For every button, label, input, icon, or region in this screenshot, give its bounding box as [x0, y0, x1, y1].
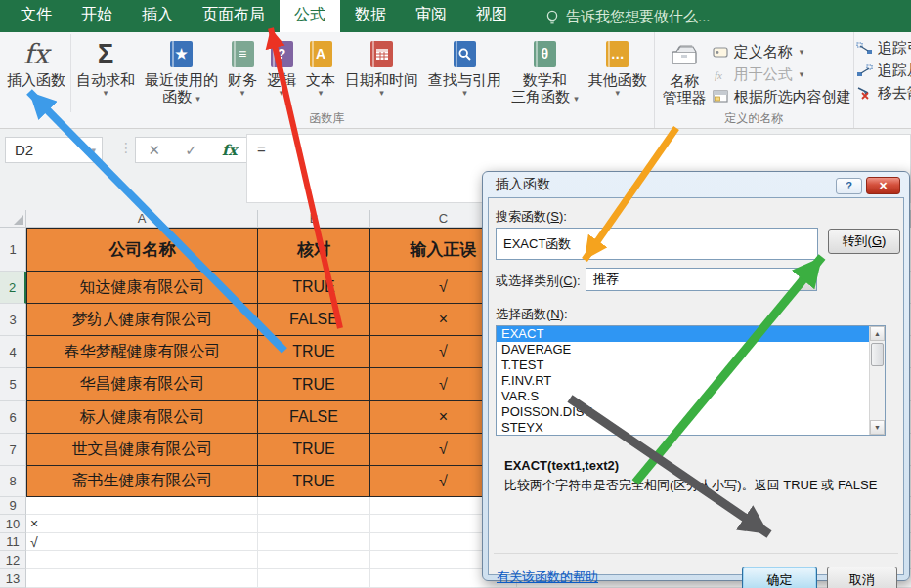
function-item-DAVERAGE[interactable]: DAVERAGE	[497, 342, 885, 357]
function-list-scrollbar[interactable]: ▲ ▼	[869, 326, 885, 435]
tab-view[interactable]: 视图	[461, 0, 522, 32]
dialog-help-button[interactable]: ?	[836, 178, 862, 194]
row-header-11[interactable]: 11	[0, 533, 26, 551]
enter-entry-button[interactable]: ✓	[185, 142, 197, 159]
function-item-F.INV.RT[interactable]: F.INV.RT	[497, 373, 885, 389]
row-header-12[interactable]: 12	[0, 551, 26, 569]
cell-B6[interactable]: FALSE	[258, 401, 370, 434]
cell-B3[interactable]: FALSE	[258, 304, 370, 336]
cell-B12[interactable]	[258, 551, 370, 569]
row-header-8[interactable]: 8	[0, 466, 26, 497]
search-function-input[interactable]: EXACT函数	[496, 228, 818, 260]
cell-B9[interactable]	[258, 497, 370, 515]
select-all-corner[interactable]	[0, 210, 26, 228]
cell-A13[interactable]	[26, 569, 258, 588]
tab-review[interactable]: 审阅	[401, 0, 461, 32]
insert-function-button[interactable]: fx插入函数	[2, 34, 71, 112]
function-item-EXACT[interactable]: EXACT	[497, 326, 885, 342]
row-header-10[interactable]: 10	[0, 515, 26, 533]
cell-B4[interactable]: TRUE	[258, 336, 370, 368]
row-header-9[interactable]: 9	[0, 497, 26, 515]
tab-page-layout[interactable]: 页面布局	[188, 0, 280, 32]
row-header-5[interactable]: 5	[0, 368, 26, 401]
cell-A9[interactable]	[26, 497, 258, 515]
scroll-down-icon[interactable]: ▼	[870, 420, 885, 435]
cell-A7[interactable]: 世文昌健康有限公司	[26, 434, 258, 466]
create-from-selection-button[interactable]: 根据所选内容创建	[713, 86, 851, 107]
name-box-dropdown-icon[interactable]: ▾	[91, 146, 96, 155]
row-header-1[interactable]: 1	[0, 228, 26, 272]
col-header-B[interactable]: B	[258, 210, 370, 228]
dialog-body: 搜索函数(S): EXACT函数 转到(G) 或选择类别(C): 推荐 ▼ 选择…	[488, 197, 904, 575]
cell-B11[interactable]	[258, 533, 370, 551]
formula-bar-buttons: ✕ ✓ fx	[135, 137, 250, 163]
use-in-formula-button[interactable]: fx 用于公式▾	[713, 63, 851, 85]
cell-A8[interactable]: 斋书生健康有限公司	[26, 466, 258, 497]
function-item-T.TEST[interactable]: T.TEST	[497, 357, 885, 373]
logical-button[interactable]: ?逻辑▾	[262, 34, 301, 112]
category-dropdown-arrow-icon[interactable]: ▼	[799, 269, 816, 290]
tab-data[interactable]: 数据	[340, 0, 401, 32]
ribbon-tabs: 文件开始插入页面布局公式数据审阅视图	[0, 0, 522, 32]
function-help-link[interactable]: 有关该函数的帮助	[497, 568, 598, 586]
name-manager-icon	[669, 38, 700, 71]
function-item-STEYX[interactable]: STEYX	[497, 420, 885, 436]
col-header-A[interactable]: A	[26, 210, 258, 228]
row-header-7[interactable]: 7	[0, 434, 26, 466]
cancel-entry-button[interactable]: ✕	[149, 142, 161, 159]
row-header-13[interactable]: 13	[0, 569, 26, 588]
tab-file[interactable]: 文件	[6, 0, 66, 32]
remove-arrows-button[interactable]: 移去箭头▾	[856, 82, 911, 104]
lookup-reference-button[interactable]: 查找与引用▾	[423, 34, 506, 112]
goto-button[interactable]: 转到(G)	[828, 229, 900, 254]
function-item-POISSON.DIST[interactable]: POISSON.DIST	[497, 404, 885, 420]
cell-A5[interactable]: 华昌健康有限公司	[26, 368, 258, 401]
cell-B10[interactable]	[258, 515, 370, 533]
cell-A11[interactable]: √	[26, 533, 258, 551]
cell-B8[interactable]: TRUE	[258, 466, 370, 497]
cell-A3[interactable]: 梦纺人健康有限公司	[26, 304, 258, 336]
tag-icon	[713, 46, 729, 59]
row-header-6[interactable]: 6	[0, 401, 26, 434]
function-list: EXACTDAVERAGET.TESTF.INV.RTVAR.SPOISSON.…	[496, 325, 886, 436]
tab-formulas[interactable]: 公式	[280, 0, 340, 32]
cell-B1[interactable]: 核对	[258, 228, 370, 272]
autosum-button[interactable]: Σ自动求和▾	[71, 34, 140, 112]
cell-B7[interactable]: TRUE	[258, 434, 370, 466]
cell-B13[interactable]	[258, 569, 370, 588]
cell-A6[interactable]: 标人健康有限公司	[26, 401, 258, 434]
cell-A2[interactable]: 知达健康有限公司	[26, 272, 258, 304]
tab-home[interactable]: 开始	[66, 0, 127, 32]
function-library-buttons: fx插入函数Σ自动求和▾★最近使用的函数 ▾≡财务▾?逻辑▾A文本▾日期和时间▾…	[2, 34, 652, 112]
category-dropdown[interactable]: 推荐 ▼	[586, 268, 817, 291]
dialog-close-button[interactable]: ✕	[866, 177, 900, 194]
cell-B5[interactable]: TRUE	[258, 368, 370, 401]
cell-A1[interactable]: 公司名称	[26, 228, 258, 272]
function-item-VAR.S[interactable]: VAR.S	[497, 389, 885, 404]
name-manager-button[interactable]: 名称 管理器	[657, 34, 713, 112]
math-trig-button[interactable]: θ数学和三角函数 ▾	[506, 34, 584, 112]
more-functions-button[interactable]: …其他函数▾	[584, 34, 652, 112]
cancel-button[interactable]: 取消	[827, 567, 897, 588]
cell-A12[interactable]	[26, 551, 258, 569]
name-box[interactable]: D2 ▾	[5, 137, 103, 163]
financial-button[interactable]: ≡财务▾	[223, 34, 262, 112]
ok-button[interactable]: 确定	[742, 567, 817, 588]
scroll-up-icon[interactable]: ▲	[870, 326, 885, 341]
cell-A4[interactable]: 春华梦醒健康有限公司	[26, 336, 258, 368]
cell-B2[interactable]: TRUE	[258, 272, 370, 304]
scrollbar-thumb[interactable]	[871, 343, 884, 366]
insert-function-fx-button[interactable]: fx	[222, 142, 237, 159]
tab-insert[interactable]: 插入	[127, 0, 188, 32]
define-name-button[interactable]: 定义名称▾	[713, 41, 851, 63]
recent-functions-button[interactable]: ★最近使用的函数 ▾	[140, 34, 223, 112]
row-header-3[interactable]: 3	[0, 304, 26, 336]
trace-precedents-button[interactable]: 追踪引用单元格	[856, 37, 911, 59]
tell-me-box[interactable]: 告诉我您想要做什么...	[545, 8, 711, 26]
row-header-2[interactable]: 2	[0, 272, 26, 304]
cell-A10[interactable]: ×	[26, 515, 258, 533]
row-header-4[interactable]: 4	[0, 336, 26, 368]
text-button[interactable]: A文本▾	[301, 34, 340, 112]
trace-dependents-button[interactable]: 追踪从属单元格	[856, 60, 911, 81]
date-time-button[interactable]: 日期和时间▾	[340, 34, 423, 112]
